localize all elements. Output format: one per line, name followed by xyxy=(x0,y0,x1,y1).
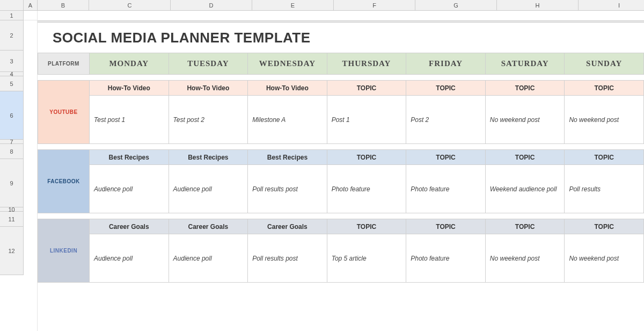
header-wednesday: WEDNESDAY xyxy=(248,53,327,75)
row-head-10[interactable]: 10 xyxy=(0,207,24,212)
document-body: SOCIAL MEDIA PLANNER TEMPLATE PLATFORM M… xyxy=(38,11,644,283)
row-head-2[interactable]: 2 xyxy=(0,20,24,51)
topic-cell[interactable]: TOPIC xyxy=(485,219,565,234)
topic-cell[interactable]: Career Goals xyxy=(90,219,169,234)
row-head-3[interactable]: 3 xyxy=(0,51,24,72)
content-cell[interactable]: Post 2 xyxy=(406,96,486,144)
day-header-row: PLATFORM MONDAY TUESDAY WEDNESDAY THURSD… xyxy=(38,53,644,75)
platform-label-linkedin: LINKEDIN xyxy=(38,219,90,283)
topic-cell[interactable]: TOPIC xyxy=(485,81,565,96)
topic-cell[interactable]: How-To Video xyxy=(248,81,327,96)
block-gap xyxy=(38,213,644,219)
row-head-4[interactable]: 4 xyxy=(0,72,24,76)
topic-row: LINKEDINCareer GoalsCareer GoalsCareer G… xyxy=(38,219,644,234)
row-head-12[interactable]: 12 xyxy=(0,227,24,275)
topic-cell[interactable]: Career Goals xyxy=(169,219,248,234)
content-row: Test post 1Test post 2Milestone APost 1P… xyxy=(38,96,644,144)
row-head-11[interactable]: 11 xyxy=(0,212,24,227)
content-cell[interactable]: No weekend post xyxy=(565,234,644,283)
header-saturday: SATURDAY xyxy=(485,53,565,75)
row-head-9[interactable]: 9 xyxy=(0,159,24,207)
col-head-g[interactable]: G xyxy=(415,0,497,11)
header-tuesday: TUESDAY xyxy=(169,53,248,75)
content-cell[interactable]: No weekend post xyxy=(485,96,565,144)
cell-area[interactable]: SOCIAL MEDIA PLANNER TEMPLATE PLATFORM M… xyxy=(24,11,644,331)
col-head-c[interactable]: C xyxy=(89,0,171,11)
topic-cell[interactable]: How-To Video xyxy=(169,81,248,96)
header-platform: PLATFORM xyxy=(38,53,90,75)
topic-cell[interactable]: Best Recipes xyxy=(169,150,248,165)
col-head-a[interactable]: A xyxy=(24,0,38,11)
content-row: Audience pollAudience pollPoll results p… xyxy=(38,165,644,213)
column-headers: ABCDEFGHI xyxy=(24,0,644,11)
content-cell[interactable]: Top 5 article xyxy=(327,234,406,283)
topic-cell[interactable]: TOPIC xyxy=(485,150,565,165)
topic-cell[interactable]: TOPIC xyxy=(565,150,644,165)
topic-row: YOUTUBEHow-To VideoHow-To VideoHow-To Vi… xyxy=(38,81,644,96)
content-cell[interactable]: Photo feature xyxy=(406,165,486,213)
col-head-e[interactable]: E xyxy=(252,0,334,11)
content-cell[interactable]: Test post 1 xyxy=(90,96,169,144)
col-a-gutter xyxy=(24,11,38,331)
platform-block-linkedin: LINKEDINCareer GoalsCareer GoalsCareer G… xyxy=(38,219,644,283)
row-head-5[interactable]: 5 xyxy=(0,76,24,91)
col-head-i[interactable]: I xyxy=(579,0,644,11)
block-gap xyxy=(38,144,644,149)
topic-cell[interactable]: TOPIC xyxy=(406,219,486,234)
row-head-1[interactable]: 1 xyxy=(0,11,24,20)
topic-cell[interactable]: TOPIC xyxy=(406,150,486,165)
row-head-6[interactable]: 6 xyxy=(0,91,24,140)
header-thursday: THURSDAY xyxy=(327,53,406,75)
topic-cell[interactable]: TOPIC xyxy=(565,81,644,96)
header-sunday: SUNDAY xyxy=(565,53,644,75)
content-cell[interactable]: Audience poll xyxy=(90,165,169,213)
content-cell[interactable]: Photo feature xyxy=(327,165,406,213)
content-cell[interactable]: Audience poll xyxy=(169,165,248,213)
gap xyxy=(38,75,644,80)
topic-cell[interactable]: Best Recipes xyxy=(90,150,169,165)
topic-cell[interactable]: TOPIC xyxy=(327,150,406,165)
day-header-table: PLATFORM MONDAY TUESDAY WEDNESDAY THURSD… xyxy=(38,53,644,75)
topic-cell[interactable]: TOPIC xyxy=(406,81,486,96)
platform-block-youtube: YOUTUBEHow-To VideoHow-To VideoHow-To Vi… xyxy=(38,80,644,144)
col-head-h[interactable]: H xyxy=(497,0,579,11)
row-head-8[interactable]: 8 xyxy=(0,144,24,159)
content-cell[interactable]: Poll results xyxy=(565,165,644,213)
content-cell[interactable]: No weekend post xyxy=(565,96,644,144)
page-title: SOCIAL MEDIA PLANNER TEMPLATE xyxy=(38,23,644,53)
content-cell[interactable]: Poll results post xyxy=(248,165,327,213)
col-head-d[interactable]: D xyxy=(171,0,252,11)
spreadsheet-root: ABCDEFGHI 123456789101112 SOCIAL MEDIA P… xyxy=(0,0,644,331)
header-monday: MONDAY xyxy=(90,53,169,75)
row1-blank xyxy=(38,11,644,20)
topic-cell[interactable]: Career Goals xyxy=(248,219,327,234)
content-cell[interactable]: Milestone A xyxy=(248,96,327,144)
platform-blocks: YOUTUBEHow-To VideoHow-To VideoHow-To Vi… xyxy=(38,80,644,283)
topic-cell[interactable]: Best Recipes xyxy=(248,150,327,165)
content-cell[interactable]: Weekend audience poll xyxy=(485,165,565,213)
content-cell[interactable]: No weekend post xyxy=(485,234,565,283)
col-head-f[interactable]: F xyxy=(334,0,415,11)
topic-cell[interactable]: TOPIC xyxy=(327,219,406,234)
col-head-b[interactable]: B xyxy=(38,0,89,11)
header-friday: FRIDAY xyxy=(406,53,486,75)
row-head-7[interactable]: 7 xyxy=(0,140,24,144)
content-cell[interactable]: Test post 2 xyxy=(169,96,248,144)
topic-cell[interactable]: TOPIC xyxy=(327,81,406,96)
content-cell[interactable]: Poll results post xyxy=(248,234,327,283)
content-row: Audience pollAudience pollPoll results p… xyxy=(38,234,644,283)
content-cell[interactable]: Photo feature xyxy=(406,234,486,283)
topic-row: FACEBOOKBest RecipesBest RecipesBest Rec… xyxy=(38,150,644,165)
select-all-corner[interactable] xyxy=(0,0,24,11)
platform-label-facebook: FACEBOOK xyxy=(38,150,90,213)
topic-cell[interactable]: How-To Video xyxy=(90,81,169,96)
row-headers: 123456789101112 xyxy=(0,11,24,275)
content-cell[interactable]: Audience poll xyxy=(90,234,169,283)
platform-label-youtube: YOUTUBE xyxy=(38,81,90,144)
topic-cell[interactable]: TOPIC xyxy=(565,219,644,234)
content-cell[interactable]: Audience poll xyxy=(169,234,248,283)
content-cell[interactable]: Post 1 xyxy=(327,96,406,144)
platform-block-facebook: FACEBOOKBest RecipesBest RecipesBest Rec… xyxy=(38,149,644,213)
